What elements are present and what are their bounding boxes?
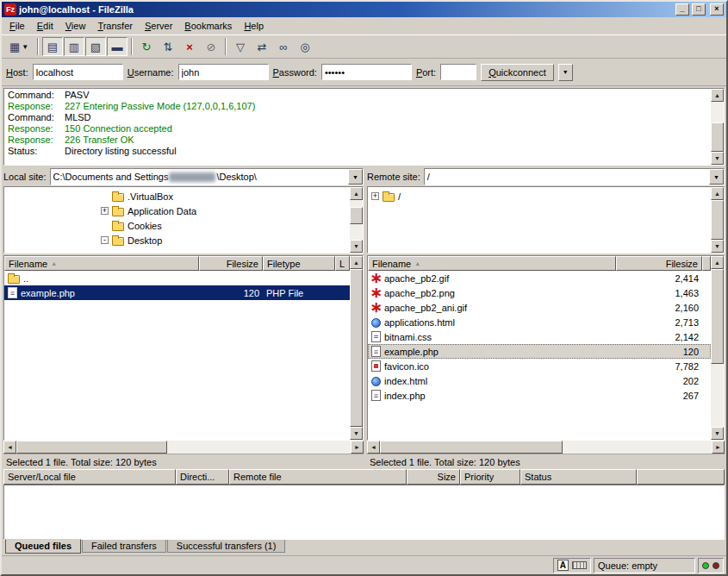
scroll-left-icon[interactable]: ◄	[3, 441, 16, 454]
tree-item-virtualbox[interactable]: .VirtualBox	[4, 189, 350, 203]
scroll-thumb[interactable]	[711, 200, 724, 240]
scroll-down-icon[interactable]: ▼	[350, 427, 363, 440]
menu-item-file[interactable]: File	[3, 19, 31, 33]
remote-tree-scrollbar[interactable]: ▲ ▼	[711, 187, 724, 253]
host-input[interactable]	[33, 64, 123, 80]
local-path-combobox[interactable]: C:\Documents and Settings\Desktop\ ▼	[50, 168, 364, 185]
table-row[interactable]: applications.html2,713	[368, 315, 711, 329]
table-row[interactable]: index.html202	[368, 373, 711, 388]
find-files-icon[interactable]: ◎	[295, 37, 315, 56]
quickconnect-button[interactable]: Quickconnect	[481, 64, 554, 81]
table-row[interactable]: apache_pb2_ani.gif2,160	[368, 300, 711, 315]
scroll-right-icon[interactable]: ►	[712, 441, 725, 454]
chevron-down-icon[interactable]: ▼	[348, 169, 363, 185]
maximize-button[interactable]: □	[692, 3, 706, 16]
expand-icon[interactable]: +	[371, 192, 379, 200]
scroll-up-icon[interactable]: ▲	[711, 187, 724, 200]
local-list-hscrollbar[interactable]: ◄ ►	[3, 441, 364, 454]
scroll-down-icon[interactable]: ▼	[711, 427, 724, 440]
scroll-down-icon[interactable]: ▼	[350, 240, 363, 253]
remote-path-combobox[interactable]: / ▼	[424, 168, 725, 185]
synchronized-browsing-icon[interactable]: ∞	[273, 37, 294, 56]
tree-item-root[interactable]: +/	[368, 189, 711, 203]
scroll-down-icon[interactable]: ▼	[711, 152, 724, 165]
tab-successful-transfers[interactable]: Successful transfers (1)	[167, 540, 286, 553]
column-header-lastmodified[interactable]: L	[335, 256, 350, 271]
collapse-icon[interactable]: -	[101, 236, 109, 244]
titlebar[interactable]: Fz john@localhost - FileZilla _ □ ×	[2, 2, 726, 17]
scroll-thumb[interactable]	[16, 441, 167, 454]
cancel-transfer-icon[interactable]: ×	[179, 37, 200, 56]
scroll-down-icon[interactable]: ▼	[711, 240, 724, 253]
local-tree-scrollbar[interactable]: ▲ ▼	[350, 187, 363, 253]
table-row[interactable]: bitnami.css2,142	[368, 329, 711, 344]
site-manager-icon[interactable]: ▦▼	[4, 37, 34, 56]
chevron-down-icon[interactable]: ▼	[709, 169, 724, 185]
table-row[interactable]: apache_pb2.png1,463	[368, 285, 711, 300]
menu-item-bookmarks[interactable]: Bookmarks	[178, 19, 238, 33]
tab-failed-transfers[interactable]: Failed transfers	[82, 540, 166, 553]
column-header-priority[interactable]: Priority	[460, 469, 520, 485]
table-row[interactable]: favicon.ico7,782	[368, 359, 711, 373]
toggle-remote-tree-icon[interactable]: ▧	[85, 37, 106, 56]
table-row-selected[interactable]: example.php 120 PHP File	[4, 285, 350, 300]
toggle-transfer-queue-icon[interactable]: ▬	[107, 37, 128, 56]
scroll-up-icon[interactable]: ▲	[711, 256, 724, 269]
message-log-lines: Command:PASV Response:227 Entering Passi…	[4, 89, 711, 165]
column-header-remote-file[interactable]: Remote file	[229, 469, 407, 485]
table-row[interactable]: apache_pb2.gif2,414	[368, 271, 711, 285]
column-header-direction[interactable]: Directi...	[176, 469, 229, 485]
menu-item-view[interactable]: View	[59, 19, 92, 33]
scroll-up-icon[interactable]: ▲	[350, 187, 363, 200]
scroll-thumb[interactable]	[350, 269, 363, 427]
local-list-scrollbar[interactable]: ▲ ▼	[350, 256, 363, 440]
disconnect-icon[interactable]: ⊘	[201, 37, 221, 56]
column-header-filename[interactable]: Filename▲	[368, 256, 616, 271]
close-button[interactable]: ×	[710, 3, 724, 16]
process-queue-icon[interactable]: ⇅	[158, 37, 178, 56]
directory-filter-icon[interactable]: ▽	[230, 37, 251, 56]
table-row[interactable]: index.php267	[368, 388, 711, 403]
toggle-local-tree-icon[interactable]: ▥	[64, 37, 84, 56]
image-file-icon	[371, 302, 381, 313]
menu-item-edit[interactable]: Edit	[31, 19, 59, 33]
refresh-icon[interactable]: ↻	[136, 37, 157, 56]
scroll-thumb[interactable]	[380, 441, 563, 454]
directory-comparison-icon[interactable]: ⇄	[252, 37, 272, 56]
column-header-size[interactable]: Size	[407, 469, 460, 485]
username-input[interactable]	[178, 64, 269, 80]
table-row[interactable]: ..	[4, 271, 350, 285]
scroll-right-icon[interactable]: ►	[351, 441, 364, 454]
tree-item-cookies[interactable]: Cookies	[4, 218, 350, 233]
table-row-selected[interactable]: example.php120	[368, 344, 711, 359]
column-header-server-local-file[interactable]: Server/Local file	[3, 469, 176, 485]
scroll-up-icon[interactable]: ▲	[711, 89, 724, 102]
scroll-left-icon[interactable]: ◄	[367, 441, 380, 454]
scroll-thumb[interactable]	[350, 207, 363, 224]
menu-item-help[interactable]: Help	[238, 19, 270, 33]
column-header-filesize[interactable]: Filesize	[616, 256, 702, 271]
menu-item-transfer[interactable]: Transfer	[91, 19, 139, 33]
expand-icon[interactable]: +	[101, 207, 109, 215]
remote-list-hscrollbar[interactable]: ◄ ►	[367, 441, 725, 454]
column-header-filesize[interactable]: Filesize	[199, 256, 263, 271]
tree-item-application-data[interactable]: +Application Data	[4, 203, 350, 218]
scroll-thumb[interactable]	[711, 122, 724, 152]
scroll-thumb[interactable]	[711, 269, 724, 364]
port-input[interactable]	[440, 64, 476, 80]
remote-list-scrollbar[interactable]: ▲ ▼	[711, 256, 724, 440]
column-header-filetype[interactable]: Filetype	[263, 256, 335, 271]
log-scrollbar[interactable]: ▲ ▼	[711, 89, 724, 165]
minimize-button[interactable]: _	[675, 3, 689, 16]
column-header-filename[interactable]: Filename▲	[4, 256, 199, 271]
column-header-status[interactable]: Status	[520, 469, 637, 485]
tree-item-desktop[interactable]: -Desktop	[4, 233, 350, 247]
password-input[interactable]	[321, 64, 412, 80]
quickconnect-dropdown-icon[interactable]: ▼	[558, 64, 573, 81]
queue-list[interactable]	[3, 485, 725, 540]
tab-queued-files[interactable]: Queued files	[5, 539, 81, 554]
toggle-message-log-icon[interactable]: ▤	[42, 37, 63, 56]
local-status-text: Selected 1 file. Total size: 120 bytes	[3, 454, 364, 469]
scroll-up-icon[interactable]: ▲	[350, 256, 363, 269]
menu-item-server[interactable]: Server	[139, 19, 178, 33]
